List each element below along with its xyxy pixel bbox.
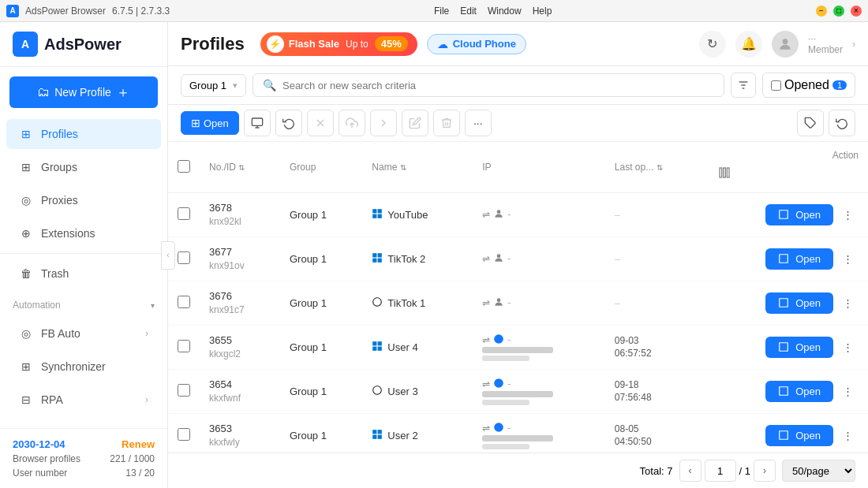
- move-button[interactable]: [370, 110, 397, 136]
- opened-checkbox[interactable]: [771, 80, 781, 91]
- menu-help[interactable]: Help: [533, 6, 552, 17]
- sidebar-item-rpa[interactable]: ⊟ RPA ›: [6, 385, 161, 415]
- row-more-button[interactable]: ⋮: [836, 424, 859, 446]
- cloud-phone-button[interactable]: ☁ Cloud Phone: [427, 34, 526, 54]
- sidebar-item-trash[interactable]: 🗑 Trash: [6, 259, 161, 289]
- cancel-button[interactable]: [307, 110, 334, 136]
- svg-rect-11: [720, 168, 722, 177]
- prev-page-button[interactable]: ‹: [679, 460, 702, 482]
- user-number-label: User number: [13, 468, 67, 479]
- app-version: 6.7.5 | 2.7.3.3: [112, 6, 170, 17]
- row-more-button[interactable]: ⋮: [836, 203, 859, 225]
- svg-point-23: [497, 254, 501, 258]
- last-op-value: –: [615, 209, 620, 221]
- last-op-value: –: [615, 253, 620, 265]
- open-profile-button[interactable]: Open: [765, 292, 833, 314]
- svg-point-30: [494, 378, 503, 388]
- select-all-checkbox[interactable]: [178, 160, 190, 173]
- page-title: Profiles: [181, 34, 245, 54]
- fb-auto-label: FB Auto: [41, 327, 80, 340]
- svg-rect-21: [373, 259, 377, 263]
- tag-button[interactable]: [797, 110, 824, 136]
- row-checkbox[interactable]: [178, 296, 190, 308]
- svg-rect-13: [728, 168, 730, 177]
- maximize-button[interactable]: □: [833, 6, 844, 17]
- open-profile-button[interactable]: Open: [765, 337, 833, 358]
- menu-edit[interactable]: Edit: [460, 6, 477, 17]
- group-select[interactable]: Group 1 ▾: [181, 74, 246, 97]
- th-last-op: Last op... ⇅: [605, 142, 704, 193]
- sidebar-item-extensions[interactable]: ⊕ Extensions: [6, 218, 161, 248]
- open-profile-button[interactable]: Open: [765, 381, 833, 402]
- ip-info: ⇌ -: [482, 333, 596, 347]
- search-input[interactable]: [282, 80, 714, 91]
- screen-share-button[interactable]: [244, 110, 271, 136]
- row-name-cell: User 4: [362, 325, 473, 369]
- row-checkbox[interactable]: [178, 207, 190, 220]
- sidebar-item-fb-auto[interactable]: ◎ FB Auto ›: [6, 319, 161, 348]
- table-row: 3654 kkxfwnf Group 1 User 3 ⇌ - 09-1807:…: [168, 369, 868, 413]
- notification-bell-button[interactable]: 🔔: [735, 31, 762, 58]
- sidebar-item-profiles[interactable]: ⊞ Profiles: [6, 119, 161, 149]
- th-action: Action: [703, 142, 868, 193]
- page-input[interactable]: [705, 460, 736, 482]
- close-button[interactable]: ×: [851, 6, 862, 17]
- open-profile-button[interactable]: Open: [765, 204, 833, 225]
- page-nav: ‹ / 1 ›: [679, 460, 776, 482]
- profile-name-text: TikTok 2: [387, 253, 425, 265]
- menu-file[interactable]: File: [434, 6, 449, 17]
- row-checkbox[interactable]: [178, 251, 190, 264]
- row-more-button[interactable]: ⋮: [836, 336, 859, 358]
- row-group-cell: Group 1: [280, 237, 362, 281]
- row-action-cell: Open ⋮: [703, 281, 868, 325]
- open-profile-button[interactable]: Open: [765, 248, 833, 270]
- upload-button[interactable]: [339, 110, 365, 136]
- refresh-profiles-button[interactable]: [275, 110, 302, 136]
- toolbar: Group 1 ▾ 🔍 Opened 1: [168, 66, 868, 105]
- open-button[interactable]: ⊞ Open: [181, 111, 239, 135]
- row-more-button[interactable]: ⋮: [836, 380, 859, 402]
- refresh-header-button[interactable]: ↻: [699, 31, 726, 58]
- row-more-button[interactable]: ⋮: [836, 248, 859, 270]
- sidebar-collapse-button[interactable]: ‹: [161, 241, 175, 270]
- app-logo-icon: A: [6, 5, 19, 17]
- per-page-select[interactable]: 50/page 100/page: [782, 460, 855, 482]
- logo-icon: A: [13, 32, 38, 57]
- ip-dash: -: [507, 423, 511, 434]
- row-checkbox[interactable]: [178, 384, 190, 397]
- row-checkbox-cell: [168, 281, 200, 325]
- opened-profiles-toggle[interactable]: Opened 1: [762, 73, 855, 98]
- more-actions-button[interactable]: ···: [465, 110, 492, 136]
- new-profile-button[interactable]: 🗂 New Profile ＋: [9, 76, 158, 108]
- sidebar-item-groups[interactable]: ⊞ Groups: [6, 152, 161, 182]
- ip-dash: -: [507, 297, 511, 308]
- open-profile-button[interactable]: Open: [765, 425, 833, 446]
- next-page-button[interactable]: ›: [754, 460, 776, 482]
- last-op-value: –: [615, 297, 620, 309]
- renew-button[interactable]: Renew: [122, 438, 155, 450]
- row-more-button[interactable]: ⋮: [836, 292, 859, 314]
- filter-settings-button[interactable]: [731, 73, 756, 98]
- delete-button[interactable]: [433, 110, 460, 136]
- profile-name: TikTok 2: [372, 252, 463, 266]
- svg-rect-34: [378, 435, 382, 439]
- table-refresh-button[interactable]: [829, 110, 855, 136]
- column-settings-button[interactable]: [713, 161, 736, 184]
- menu-window[interactable]: Window: [488, 6, 522, 17]
- sidebar-item-proxies[interactable]: ◎ Proxies: [6, 185, 161, 215]
- row-last-op-cell: 08-0504:50:50: [605, 413, 704, 453]
- row-last-op-cell: –: [605, 281, 704, 325]
- row-checkbox[interactable]: [178, 428, 190, 441]
- row-id-cell: 3678 knx92kl: [200, 193, 280, 237]
- search-icon: 🔍: [263, 79, 276, 91]
- sidebar-item-synchronizer[interactable]: ⊞ Synchronizer: [6, 352, 161, 382]
- row-checkbox[interactable]: [178, 340, 190, 352]
- ip-info: ⇌ -: [482, 422, 596, 435]
- edit-button[interactable]: [402, 110, 428, 136]
- user-menu-chevron-icon[interactable]: ›: [852, 39, 855, 50]
- row-id-code: knx91c7: [209, 304, 271, 317]
- flash-sale-banner[interactable]: ⚡ Flash Sale Up to 45%: [260, 32, 417, 56]
- action-cell: Open ⋮: [713, 203, 859, 225]
- row-name-cell: User 3: [362, 369, 473, 413]
- minimize-button[interactable]: −: [816, 6, 827, 17]
